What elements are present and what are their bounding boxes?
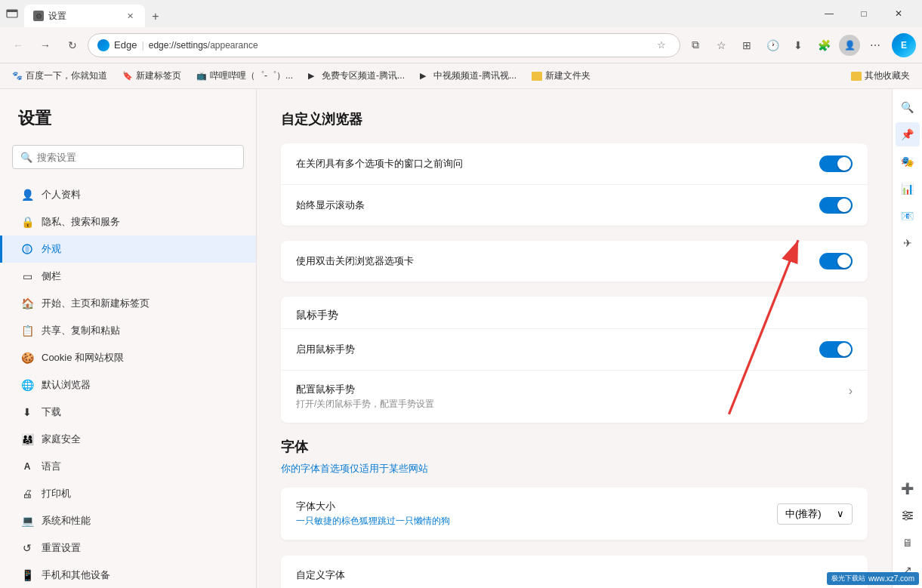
mouse-gestures-header: 鼠标手势 <box>281 297 868 329</box>
history-icon[interactable]: 🕐 <box>760 33 785 57</box>
edge-copilot-button[interactable]: E <box>892 33 916 57</box>
baidu-icon: 🐾 <box>12 71 23 82</box>
share-nav-icon: 📋 <box>20 324 34 337</box>
sidebar-item-reset[interactable]: ↺ 重置设置 <box>0 534 256 562</box>
right-search-icon[interactable]: 🔍 <box>896 95 920 119</box>
sidebar-item-downloads[interactable]: ⬇ 下载 <box>0 399 256 426</box>
sidebar-item-printer-label: 打印机 <box>42 487 71 500</box>
bookmark-baidu-label: 百度一下，你就知道 <box>26 69 107 82</box>
svg-point-9 <box>908 514 911 517</box>
settings-sidebar: 设置 🔍 👤 个人资料 🔒 隐私、搜索和服务 外观 ▭ <box>0 89 257 588</box>
newtab-icon: 🔖 <box>122 71 133 82</box>
maximize-button[interactable]: □ <box>846 0 881 27</box>
bookmark-tencent1[interactable]: ▶ 免费专区频道-腾讯... <box>302 68 411 84</box>
right-mail-icon[interactable]: 📧 <box>896 204 920 228</box>
split-icon[interactable]: ⧉ <box>683 33 708 57</box>
close-tabs-label: 在关闭具有多个选项卡的窗口之前询问 <box>296 157 819 171</box>
settings-search-input[interactable] <box>37 152 236 163</box>
address-icons: ☆ <box>652 36 671 54</box>
tencent1-icon: ▶ <box>308 71 319 82</box>
tab-close-button[interactable]: ✕ <box>124 10 136 22</box>
double-click-toggle[interactable] <box>819 253 853 269</box>
scrollbar-toggle[interactable] <box>819 197 853 214</box>
sidebar-item-appearance-label: 外观 <box>42 242 61 256</box>
sidebar-item-language[interactable]: A 语言 <box>0 453 256 480</box>
svg-point-10 <box>905 517 908 520</box>
watermark-logo: 极光下载站 <box>831 574 865 583</box>
active-tab[interactable]: ⚙ 设置 ✕ <box>24 5 145 27</box>
titlebar: ⚙ 设置 ✕ + — □ ✕ <box>0 0 922 27</box>
other-bookmarks-button[interactable]: 其他收藏夹 <box>845 68 916 84</box>
setting-row-scrollbar: 始终显示滚动条 <box>281 185 868 226</box>
system-nav-icon: 💻 <box>20 514 34 528</box>
bookmark-bilibili[interactable]: 📺 哔哩哔哩（゜-゜）... <box>190 68 299 84</box>
printer-nav-icon: 🖨 <box>20 487 34 500</box>
close-button[interactable]: ✕ <box>881 0 916 27</box>
other-folder-icon <box>851 72 862 81</box>
language-nav-icon: A <box>20 460 34 473</box>
sidebar-item-share[interactable]: 📋 共享、复制和粘贴 <box>0 317 256 344</box>
right-settings-icon[interactable] <box>896 503 920 528</box>
other-bookmarks-label: 其他收藏夹 <box>865 69 910 82</box>
forward-button[interactable]: → <box>33 33 57 57</box>
address-brand: Edge <box>114 39 137 51</box>
right-dashboard-icon[interactable]: 📊 <box>896 177 920 201</box>
right-theme-icon[interactable]: 🎭 <box>896 149 920 174</box>
sidebar-item-privacy[interactable]: 🔒 隐私、搜索和服务 <box>0 208 256 236</box>
profile-icon[interactable]: 👤 <box>837 33 862 57</box>
more-menu-button[interactable]: ⋯ <box>863 33 887 57</box>
address-bar[interactable]: Edge | edge://settings/appearance ☆ <box>88 33 680 57</box>
sidebar-item-cookies[interactable]: 🍪 Cookie 和网站权限 <box>0 344 256 371</box>
font-size-preview: 一只敏捷的棕色狐狸跳过一只懒情的狗 <box>296 515 777 528</box>
sidebar-item-start-label: 开始、主页和新建标签页 <box>42 297 150 310</box>
sidebar-item-start[interactable]: 🏠 开始、主页和新建标签页 <box>0 290 256 317</box>
bookmark-baidu[interactable]: 🐾 百度一下，你就知道 <box>6 68 113 84</box>
sidebar-item-appearance[interactable]: 外观 <box>0 236 256 263</box>
sidebar-item-printer[interactable]: 🖨 打印机 <box>0 480 256 507</box>
bookmark-tencent2-label: 中视频频道-腾讯视... <box>433 69 517 82</box>
favorites-star-icon[interactable]: ☆ <box>652 36 671 54</box>
minimize-button[interactable]: — <box>812 0 846 27</box>
settings-search-box[interactable]: 🔍 <box>12 145 244 169</box>
bookmark-tencent1-label: 免费专区频道-腾讯... <box>322 69 405 82</box>
tab-title: 设置 <box>48 10 66 23</box>
close-tabs-toggle[interactable] <box>819 155 853 172</box>
font-size-label: 字体大小 一只敏捷的棕色狐狸跳过一只懒情的狗 <box>296 500 777 528</box>
sidebar-item-language-label: 语言 <box>42 460 61 473</box>
bookmark-folder[interactable]: 新建文件夹 <box>526 68 597 84</box>
bookmark-tencent2[interactable]: ▶ 中视频频道-腾讯视... <box>414 68 523 84</box>
mouse-config-sublabel: 打开/关闭鼠标手势，配置手势设置 <box>296 398 849 411</box>
sidebar-item-share-label: 共享、复制和粘贴 <box>42 324 120 337</box>
sidebar-item-downloads-label: 下载 <box>42 405 61 419</box>
sidebar-nav-icon: ▭ <box>20 269 34 283</box>
sidebar-item-family-label: 家庭安全 <box>42 433 81 446</box>
back-button[interactable]: ← <box>6 33 30 57</box>
right-add-icon[interactable]: ➕ <box>896 476 920 500</box>
mouse-enable-toggle[interactable] <box>819 341 853 358</box>
sidebar-item-default-browser[interactable]: 🌐 默认浏览器 <box>0 371 256 399</box>
sidebar-item-profile-label: 个人资料 <box>42 188 81 202</box>
sidebar-item-sidebar[interactable]: ▭ 侧栏 <box>0 263 256 290</box>
refresh-button[interactable]: ↻ <box>60 33 85 57</box>
bookmark-bilibili-label: 哔哩哔哩（゜-゜）... <box>210 69 293 82</box>
right-screen-icon[interactable]: 🖥 <box>896 531 920 555</box>
right-pin-icon[interactable]: 📌 <box>896 122 920 146</box>
extensions-icon[interactable]: 🧩 <box>812 33 836 57</box>
font-size-row: 字体大小 一只敏捷的棕色狐狸跳过一只懒情的狗 中(推荐) ∨ <box>281 488 868 540</box>
favorites-icon[interactable]: ☆ <box>709 33 733 57</box>
font-size-select[interactable]: 中(推荐) ∨ <box>777 503 853 525</box>
downloads-icon[interactable]: ⬇ <box>786 33 810 57</box>
sidebar-item-profile[interactable]: 👤 个人资料 <box>0 181 256 208</box>
setting-row-mouse-config[interactable]: 配置鼠标手势 打开/关闭鼠标手势，配置手势设置 › <box>281 371 868 423</box>
sidebar-item-family[interactable]: 👨‍👩‍👧 家庭安全 <box>0 426 256 453</box>
font-size-value: 中(推荐) <box>785 507 822 521</box>
new-tab-button[interactable]: + <box>145 6 166 27</box>
collections-icon[interactable]: ⊞ <box>735 33 759 57</box>
sidebar-item-system[interactable]: 💻 系统和性能 <box>0 507 256 534</box>
right-copilot-icon[interactable]: ✈ <box>896 231 920 255</box>
bookmark-newtab[interactable]: 🔖 新建标签页 <box>116 68 187 84</box>
start-nav-icon: 🏠 <box>20 297 34 310</box>
setting-row-double-click: 使用双击关闭浏览器选项卡 <box>281 241 868 282</box>
sidebar-item-mobile[interactable]: 📱 手机和其他设备 <box>0 562 256 588</box>
tab-favicon: ⚙ <box>33 11 44 21</box>
